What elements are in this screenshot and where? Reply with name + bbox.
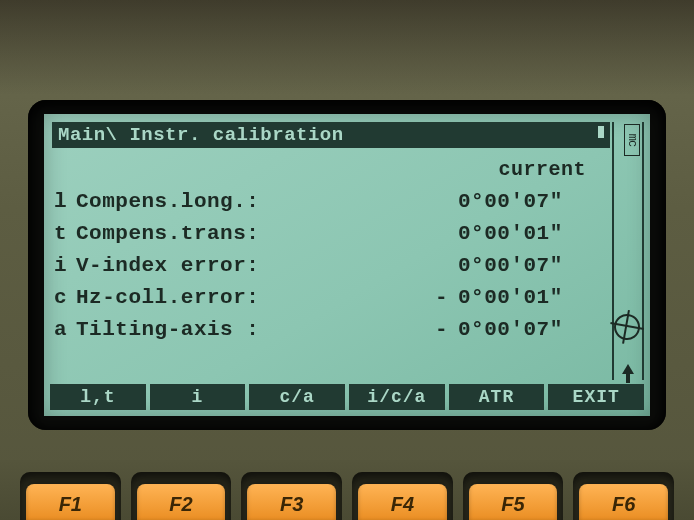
row-label: Compens.long.: xyxy=(76,186,259,218)
f5-key[interactable]: F5 xyxy=(469,484,558,520)
row-sign xyxy=(432,250,458,282)
row-label: Hz-coll.error: xyxy=(76,282,259,314)
row-value: 0°00'01" xyxy=(458,218,608,250)
softkey-lt[interactable]: l,t xyxy=(50,384,146,410)
table-row: i V-index error: 0°00'07" xyxy=(54,250,608,282)
softkey-i[interactable]: i xyxy=(150,384,246,410)
up-arrow-icon xyxy=(622,364,634,374)
row-sign xyxy=(432,218,458,250)
row-value: 0°00'07" xyxy=(458,314,608,346)
table-row: a Tilting-axis : - 0°00'07" xyxy=(54,314,608,346)
table-row: c Hz-coll.error: - 0°00'01" xyxy=(54,282,608,314)
row-key: i xyxy=(54,250,76,282)
softkey-bar: l,t i c/a i/c/a ATR EXIT xyxy=(50,384,644,410)
f6-key[interactable]: F6 xyxy=(579,484,668,520)
f4-key[interactable]: F4 xyxy=(358,484,447,520)
row-key: t xyxy=(54,218,76,250)
right-side-strip: mc xyxy=(612,122,644,380)
title-bar: Main\ Instr. calibration xyxy=(52,122,610,148)
f3-key[interactable]: F3 xyxy=(247,484,336,520)
hardware-fkey-row: F1 F2 F3 F4 F5 F6 xyxy=(0,460,694,520)
memory-card-icon: mc xyxy=(624,124,640,156)
softkey-ca[interactable]: c/a xyxy=(249,384,345,410)
row-label: Compens.trans: xyxy=(76,218,259,250)
fkey-slot: F4 xyxy=(352,472,453,520)
softkey-ica[interactable]: i/c/a xyxy=(349,384,445,410)
lcd-screen: Main\ Instr. calibration mc current l Co… xyxy=(44,114,650,416)
f1-key[interactable]: F1 xyxy=(26,484,115,520)
battery-icon xyxy=(582,124,606,140)
f2-key[interactable]: F2 xyxy=(137,484,226,520)
row-label: Tilting-axis : xyxy=(76,314,259,346)
lcd-bezel: Main\ Instr. calibration mc current l Co… xyxy=(28,100,666,430)
calibration-table: current l Compens.long.: 0°00'07" t Comp… xyxy=(54,154,608,380)
table-row: l Compens.long.: 0°00'07" xyxy=(54,186,608,218)
row-key: c xyxy=(54,282,76,314)
fkey-slot: F3 xyxy=(241,472,342,520)
row-sign: - xyxy=(432,282,458,314)
fkey-slot: F1 xyxy=(20,472,121,520)
row-value: 0°00'01" xyxy=(458,282,608,314)
row-sign xyxy=(432,186,458,218)
row-sign: - xyxy=(432,314,458,346)
row-value: 0°00'07" xyxy=(458,250,608,282)
row-key: l xyxy=(54,186,76,218)
softkey-atr[interactable]: ATR xyxy=(449,384,545,410)
fkey-slot: F6 xyxy=(573,472,674,520)
row-value: 0°00'07" xyxy=(458,186,608,218)
table-row: t Compens.trans: 0°00'01" xyxy=(54,218,608,250)
row-label: V-index error: xyxy=(76,250,259,282)
target-icon xyxy=(612,312,642,342)
fkey-slot: F5 xyxy=(463,472,564,520)
title-text: Main\ Instr. calibration xyxy=(58,124,344,146)
softkey-exit[interactable]: EXIT xyxy=(548,384,644,410)
fkey-slot: F2 xyxy=(131,472,232,520)
row-key: a xyxy=(54,314,76,346)
device-body: Main\ Instr. calibration mc current l Co… xyxy=(0,0,694,520)
column-header: current xyxy=(54,154,608,186)
top-shadow xyxy=(0,0,694,95)
